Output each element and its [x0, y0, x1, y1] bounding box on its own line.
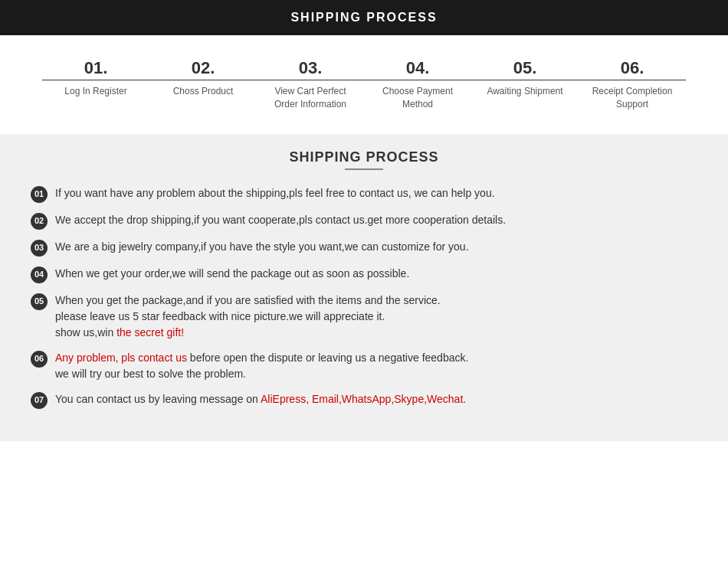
contact-us-text: Any problem, pls contact us	[55, 352, 187, 364]
badge-07: 07	[31, 392, 48, 409]
badge-05: 05	[31, 293, 48, 310]
process-item-7: 07 You can contact us by leaving message…	[31, 391, 697, 409]
step-2: 02. Choss Product	[149, 58, 257, 111]
steps-section: 01. Log In Register 02. Choss Product 03…	[0, 35, 728, 126]
step-3-label: View Cart PerfectOrder Information	[274, 85, 346, 111]
badge-04: 04	[31, 267, 48, 283]
step-4-number: 04.	[364, 58, 471, 80]
secret-gift-text: the secret gift!	[116, 326, 184, 338]
process-item-4: 04 When we get your order,we will send t…	[31, 266, 697, 283]
process-item-6: 06 Any problem, pls contact us before op…	[31, 350, 697, 382]
process-item-3: 03 We are a big jewelry company,if you h…	[31, 239, 697, 257]
step-5-label: Awaiting Shipment	[487, 85, 562, 98]
process-text-5-line2: please leave us 5 star feedback with nic…	[55, 309, 441, 325]
step-1-label: Log In Register	[64, 85, 126, 98]
section-divider	[345, 168, 383, 170]
process-text-6-line1: Any problem, pls contact us before open …	[55, 350, 468, 366]
process-text-6: Any problem, pls contact us before open …	[55, 350, 468, 382]
process-text-2: We accept the drop shipping,if you want …	[55, 212, 506, 228]
process-text-6-line2: we will try our best to solve the proble…	[55, 366, 468, 382]
step-6: 06. Receipt CompletionSupport	[579, 58, 686, 111]
badge-06: 06	[31, 351, 48, 368]
step-2-label: Choss Product	[173, 85, 234, 98]
step-3: 03. View Cart PerfectOrder Information	[257, 58, 364, 111]
contact-channels-text: AliEpress, Email,WhatsApp,Skype,Wechat.	[261, 393, 466, 405]
step-3-number: 03.	[257, 58, 364, 80]
step-5: 05. Awaiting Shipment	[471, 58, 579, 111]
badge-01: 01	[31, 186, 48, 203]
step-2-number: 02.	[149, 58, 257, 80]
badge-02: 02	[31, 213, 48, 230]
process-text-5: When you get the package,and if you are …	[55, 293, 441, 341]
step-6-label: Receipt CompletionSupport	[592, 85, 673, 111]
step-4: 04. Choose PaymentMethod	[364, 58, 471, 111]
step-6-number: 06.	[579, 58, 686, 80]
process-text-3: We are a big jewelry company,if you have…	[55, 239, 469, 255]
process-item-1: 01 If you want have any problem about th…	[31, 185, 697, 203]
process-list: 01 If you want have any problem about th…	[31, 185, 697, 409]
step-5-number: 05.	[471, 58, 579, 80]
header-title: SHIPPING PROCESS	[290, 11, 437, 24]
section-title: SHIPPING PROCESS	[31, 149, 697, 165]
process-text-4: When we get your order,we will send the …	[55, 266, 409, 282]
process-item-2: 02 We accept the drop shipping,if you wa…	[31, 212, 697, 230]
badge-03: 03	[31, 240, 48, 257]
process-text-1: If you want have any problem about the s…	[55, 185, 495, 201]
process-text-5-line3: show us,win the secret gift!	[55, 325, 441, 341]
step-1: 01. Log In Register	[42, 58, 149, 111]
header-banner: SHIPPING PROCESS	[0, 0, 728, 35]
process-item-5: 05 When you get the package,and if you a…	[31, 293, 697, 341]
process-text-7: You can contact us by leaving message on…	[55, 391, 466, 407]
step-1-number: 01.	[42, 58, 149, 80]
shipping-section: SHIPPING PROCESS 01 If you want have any…	[0, 134, 728, 441]
process-text-5-line1: When you get the package,and if you are …	[55, 293, 441, 309]
step-4-label: Choose PaymentMethod	[382, 85, 453, 111]
